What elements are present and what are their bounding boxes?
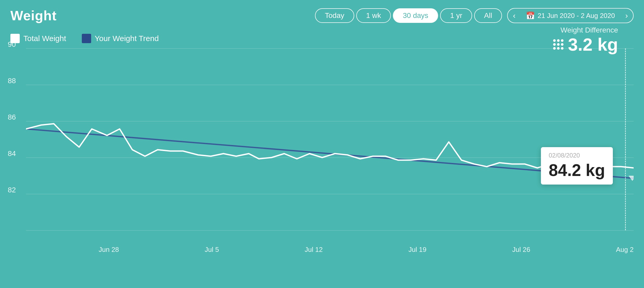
header-row: Weight Today 1 wk 30 days 1 yr All ‹ 📅 2…	[10, 8, 634, 23]
legend: Total Weight Your Weight Trend	[10, 34, 634, 43]
btn-1yr[interactable]: 1 yr	[440, 8, 472, 23]
x-label-jul19: Jul 19	[408, 246, 426, 254]
date-nav: ‹ 📅 21 Jun 2020 - 2 Aug 2020 ›	[507, 8, 634, 23]
y-label-86: 86	[8, 113, 16, 121]
date-range: 📅 21 Jun 2020 - 2 Aug 2020	[521, 9, 620, 23]
x-label-jul26: Jul 26	[512, 246, 530, 254]
btn-30days[interactable]: 30 days	[393, 8, 438, 23]
x-axis: Jun 28 Jul 5 Jul 12 Jul 19 Jul 26 Aug 2	[26, 246, 634, 254]
legend-trend-label: Your Weight Trend	[95, 34, 159, 43]
tooltip: 02/08/2020 84.2 kg	[541, 147, 613, 185]
btn-all[interactable]: All	[474, 8, 502, 23]
y-label-90: 90	[8, 40, 16, 49]
x-label-jun28: Jun 28	[99, 246, 119, 254]
prev-date-btn[interactable]: ‹	[508, 9, 521, 23]
chart-container: Weight Today 1 wk 30 days 1 yr All ‹ 📅 2…	[0, 0, 644, 288]
tooltip-value: 84.2 kg	[549, 161, 605, 180]
chart-area: 90 88 86 84 82	[10, 48, 634, 261]
y-label-88: 88	[8, 77, 16, 85]
y-label-84: 84	[8, 149, 16, 158]
time-buttons: Today 1 wk 30 days 1 yr All	[315, 8, 502, 23]
dots-icon	[553, 39, 564, 50]
next-date-btn[interactable]: ›	[620, 9, 633, 23]
y-label-82: 82	[8, 186, 16, 194]
page-title: Weight	[10, 8, 57, 23]
dashed-line	[625, 48, 626, 230]
controls: Today 1 wk 30 days 1 yr All ‹ 📅 21 Jun 2…	[315, 8, 634, 23]
grid-line-bottom	[26, 230, 634, 231]
chart-svg	[26, 48, 634, 230]
x-label-jul5: Jul 5	[205, 246, 219, 254]
tooltip-date: 02/08/2020	[549, 152, 605, 159]
calendar-icon: 📅	[526, 11, 535, 20]
btn-1wk[interactable]: 1 wk	[356, 8, 391, 23]
legend-total-weight-label: Total Weight	[23, 34, 66, 43]
legend-total-weight: Total Weight	[10, 34, 66, 43]
date-range-label: 21 Jun 2020 - 2 Aug 2020	[538, 12, 615, 20]
btn-today[interactable]: Today	[315, 8, 354, 23]
x-label-jul12: Jul 12	[305, 246, 323, 254]
weight-diff-label: Weight Difference	[553, 26, 618, 34]
trend-swatch	[82, 34, 91, 43]
x-label-aug2: Aug 2	[616, 246, 634, 254]
legend-trend: Your Weight Trend	[82, 34, 159, 43]
